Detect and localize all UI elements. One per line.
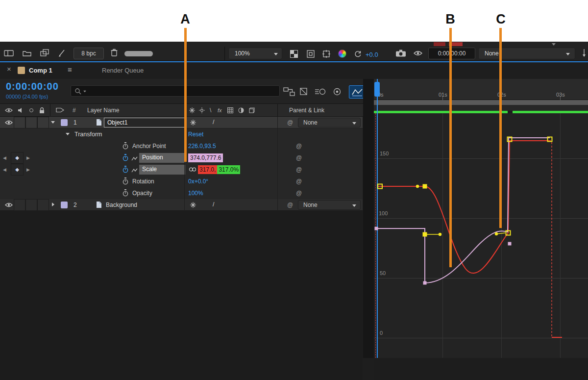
constrain-link-icon[interactable]	[189, 167, 196, 172]
layer1-parent-dropdown[interactable]: None	[298, 118, 361, 127]
pickwhip-icon[interactable]: @	[296, 190, 302, 197]
column-layer-name[interactable]: Layer Name	[87, 107, 119, 114]
layer2-name[interactable]: Background	[106, 202, 137, 209]
panel-gutter[interactable]	[363, 79, 374, 358]
composition-mini-flowchart-icon[interactable]	[283, 87, 295, 97]
stopwatch-icon-active[interactable]	[122, 154, 128, 161]
keyframe-toggle-cell[interactable]: ◆	[11, 164, 24, 176]
graph-toggle-icon[interactable]	[131, 156, 138, 161]
grid-guides-icon[interactable]	[322, 50, 330, 58]
current-timecode[interactable]: 0:00:00:00	[6, 81, 59, 92]
trash-icon[interactable]	[111, 49, 118, 57]
stopwatch-icon[interactable]	[122, 189, 128, 197]
prev-keyframe-icon[interactable]: ◀	[3, 166, 6, 174]
layer1-label-swatch[interactable]	[61, 119, 68, 126]
color-channels-icon[interactable]	[338, 50, 346, 58]
lock-toggle-cell[interactable]	[37, 117, 49, 128]
pen-icon[interactable]	[581, 49, 587, 57]
opacity-label[interactable]: Opacity	[132, 190, 152, 197]
layer1-twirl-icon[interactable]	[51, 121, 55, 124]
graph-toggle-icon[interactable]	[131, 168, 138, 173]
transparency-grid-icon[interactable]	[290, 50, 298, 58]
opacity-value[interactable]: 100%	[188, 190, 203, 197]
close-icon[interactable]: ×	[7, 65, 11, 73]
workspace-icon[interactable]	[4, 50, 14, 57]
scroll-up-icon[interactable]	[552, 43, 556, 46]
prev-keyframe-icon[interactable]: ◀	[3, 154, 6, 162]
anchor-point-value[interactable]: 226.0,93.5	[188, 143, 216, 150]
transform-reset-link[interactable]: Reset	[188, 131, 203, 138]
draft-3d-icon[interactable]	[299, 87, 311, 97]
snapshot-camera-icon[interactable]	[396, 50, 406, 57]
lock-toggle-cell[interactable]	[37, 199, 49, 211]
collapse-switch-icon[interactable]	[190, 202, 196, 208]
search-input[interactable]	[71, 85, 280, 97]
position-label: Position	[142, 154, 163, 161]
column-hash[interactable]: #	[73, 107, 76, 114]
audio-toggle-cell[interactable]	[14, 199, 25, 211]
region-of-interest-icon[interactable]	[307, 50, 315, 58]
transform-group-label[interactable]: Transform	[74, 131, 102, 138]
stopwatch-icon[interactable]	[122, 142, 128, 150]
quality-switch-icon[interactable]: /	[213, 119, 214, 126]
show-snapshot-icon[interactable]	[414, 51, 422, 56]
chevron-down-icon	[352, 204, 356, 207]
keyframe-markers[interactable]	[375, 137, 552, 285]
stopwatch-icon-active[interactable]	[122, 166, 128, 173]
exposure-value[interactable]: +0.0	[366, 51, 378, 58]
viewer-fragment	[434, 42, 445, 46]
playhead-handle[interactable]	[374, 82, 380, 97]
reset-exposure-icon[interactable]	[354, 50, 362, 58]
pickwhip-icon[interactable]: @	[287, 202, 293, 209]
keyframe-handles[interactable]	[416, 185, 505, 236]
eye-icon[interactable]	[5, 203, 13, 207]
scale-label-box[interactable]: Scale	[139, 165, 185, 175]
rotation-label[interactable]: Rotation	[132, 178, 154, 185]
pickwhip-icon[interactable]: @	[296, 143, 302, 150]
rotation-value[interactable]: 0x+0.0°	[188, 178, 208, 185]
tab-render-queue[interactable]: Render Queue	[102, 67, 144, 74]
tab-comp[interactable]: Comp 1	[29, 67, 52, 74]
motion-blur-icon[interactable]	[331, 87, 343, 97]
keyframe-toggle-cell[interactable]: ◆	[11, 152, 24, 164]
position-label-box[interactable]: Position	[139, 153, 185, 163]
scale-y-value[interactable]: 317.0%	[217, 165, 240, 174]
next-keyframe-icon[interactable]: ▶	[26, 154, 30, 162]
layer2-parent-dropdown[interactable]: None	[298, 200, 361, 210]
handle-dot	[416, 185, 419, 188]
graph-bottom-area	[374, 358, 588, 380]
next-keyframe-icon[interactable]: ▶	[26, 166, 30, 174]
zoom-dropdown[interactable]: 100%	[228, 48, 282, 59]
audio-column-icon	[18, 107, 23, 113]
value-curve-red[interactable]	[377, 141, 562, 337]
layer1-source-icon	[96, 119, 102, 126]
pickwhip-icon[interactable]: @	[296, 178, 302, 185]
scale-x-value[interactable]: 317.0,	[198, 165, 217, 174]
preview-timecode-box[interactable]: 0:00:00:00	[428, 48, 475, 59]
audio-toggle-cell[interactable]	[14, 117, 25, 128]
layer2-label-swatch[interactable]	[61, 202, 68, 208]
pickwhip-icon[interactable]: @	[296, 166, 302, 174]
collapse-switch-icon[interactable]	[190, 120, 196, 126]
solo-toggle-cell[interactable]	[25, 117, 37, 128]
value-curve-lavender[interactable]	[375, 138, 550, 283]
transform-twirl-icon[interactable]	[66, 133, 70, 135]
brush-icon[interactable]	[58, 49, 66, 57]
bit-depth-button[interactable]: 8 bpc	[74, 48, 104, 59]
snapshot-icon[interactable]	[40, 49, 49, 57]
panel-menu-icon[interactable]: ≡	[68, 66, 72, 73]
quality-switch-icon[interactable]: /	[213, 201, 214, 208]
pickwhip-icon[interactable]: @	[287, 119, 293, 127]
anchor-point-label[interactable]: Anchor Point	[132, 143, 166, 150]
stopwatch-icon[interactable]	[122, 177, 128, 185]
position-value[interactable]: 374.0,777.6	[188, 153, 223, 162]
layer2-twirl-icon[interactable]	[52, 203, 54, 206]
solo-toggle-cell[interactable]	[25, 199, 37, 211]
eye-icon[interactable]	[5, 120, 13, 125]
layer1-name-box[interactable]: Object1	[104, 118, 186, 127]
pickwhip-icon[interactable]: @	[296, 154, 302, 162]
frame-blending-icon[interactable]	[315, 87, 326, 97]
column-parent-link[interactable]: Parent & Link	[289, 107, 324, 114]
view-layout-dropdown[interactable]: None	[478, 48, 575, 59]
folder-icon[interactable]	[23, 50, 31, 57]
